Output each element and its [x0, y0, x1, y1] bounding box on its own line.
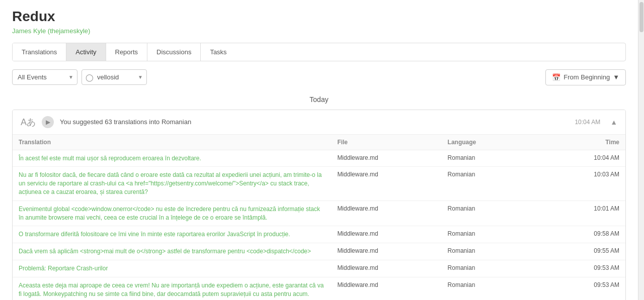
- translation-link[interactable]: Evenimentul global <code>window.onerror<…: [19, 206, 320, 221]
- language-cell: Romanian: [442, 243, 534, 260]
- avatar-icon: ▶: [46, 119, 50, 126]
- translation-cell: Aceasta este deja mai aproape de ceea ce…: [13, 277, 331, 300]
- activity-toggle-icon[interactable]: ▲: [610, 118, 617, 126]
- project-title: Redux: [12, 8, 626, 25]
- date-section-today: Today: [12, 95, 626, 104]
- date-filter-button[interactable]: 📅 From Beginning ▼: [545, 69, 626, 85]
- translation-link[interactable]: Aceasta este deja mai aproape de ceea ce…: [19, 282, 324, 297]
- tab-translations[interactable]: Translations: [13, 43, 66, 61]
- file-cell: Middleware.md: [331, 260, 441, 277]
- scrollbar-thumb[interactable]: [639, 2, 643, 32]
- translation-cell: Dacă vrem să aplicăm <strong>mai mult de…: [13, 243, 331, 260]
- events-filter-wrapper: All Events ▼: [12, 69, 77, 85]
- translation-link[interactable]: Nu ar fi folositor dacă, de fiecare dată…: [19, 171, 321, 195]
- project-author: James Kyle (thejameskyle): [12, 27, 626, 35]
- translation-link[interactable]: Dacă vrem să aplicăm <strong>mai mult de…: [19, 248, 311, 255]
- table-row: Aceasta este deja mai aproape de ceea ce…: [13, 277, 625, 300]
- tab-discussions[interactable]: Discussions: [147, 43, 201, 61]
- table-row: Nu ar fi folositor dacă, de fiecare dată…: [13, 167, 625, 201]
- avatar: ▶: [42, 116, 54, 128]
- filters-row: All Events ▼ ◯ vellosid ▼ 📅 From Beginni…: [12, 69, 626, 85]
- table-row: Evenimentul global <code>window.onerror<…: [13, 201, 625, 226]
- file-cell: Middleware.md: [331, 201, 441, 226]
- language-cell: Romanian: [442, 277, 534, 300]
- tab-tasks[interactable]: Tasks: [201, 43, 235, 61]
- filters-left: All Events ▼ ◯ vellosid ▼: [12, 69, 147, 85]
- file-cell: Middleware.md: [331, 167, 441, 201]
- language-cell: Romanian: [442, 226, 534, 243]
- tab-activity[interactable]: Activity: [66, 43, 106, 61]
- translation-table: Translation File Language Time În acest …: [13, 135, 625, 300]
- tabs-bar: Translations Activity Reports Discussion…: [12, 43, 626, 61]
- translation-cell: O transformare diferită folositoare ce î…: [13, 226, 331, 243]
- time-cell: 10:03 AM: [533, 167, 625, 201]
- translation-cell: Evenimentul global <code>window.onerror<…: [13, 201, 331, 226]
- time-cell: 09:53 AM: [533, 260, 625, 277]
- time-cell: 09:58 AM: [533, 226, 625, 243]
- col-header-language: Language: [442, 135, 534, 150]
- translation-link[interactable]: În acest fel este mult mai ușor să repro…: [19, 155, 201, 162]
- language-cell: Romanian: [442, 260, 534, 277]
- time-cell: 10:01 AM: [533, 201, 625, 226]
- time-cell: 10:04 AM: [533, 150, 625, 167]
- translation-cell: În acest fel este mult mai ușor să repro…: [13, 150, 331, 167]
- time-cell: 09:53 AM: [533, 277, 625, 300]
- time-cell: 09:55 AM: [533, 243, 625, 260]
- activity-description: You suggested 63 translations into Roman…: [60, 118, 569, 126]
- tab-reports[interactable]: Reports: [106, 43, 148, 61]
- file-cell: Middleware.md: [331, 277, 441, 300]
- events-filter-select[interactable]: All Events: [12, 69, 77, 85]
- user-filter-select[interactable]: vellosid: [82, 69, 147, 85]
- col-header-file: File: [331, 135, 441, 150]
- activity-time: 10:04 AM: [575, 119, 600, 126]
- translation-cell: Problemă: Reportare Crash-urilor: [13, 260, 331, 277]
- table-row: O transformare diferită folositoare ce î…: [13, 226, 625, 243]
- translate-icon: Aあ: [21, 116, 36, 128]
- user-filter-wrapper: ◯ vellosid ▼: [82, 69, 147, 85]
- language-cell: Romanian: [442, 150, 534, 167]
- translation-link[interactable]: O transformare diferită folositoare ce î…: [19, 231, 290, 238]
- scrollbar[interactable]: [638, 0, 644, 300]
- calendar-icon: 📅: [552, 73, 560, 81]
- date-filter-label: From Beginning: [564, 73, 610, 81]
- file-cell: Middleware.md: [331, 243, 441, 260]
- translation-link[interactable]: Problemă: Reportare Crash-urilor: [19, 265, 108, 272]
- file-cell: Middleware.md: [331, 226, 441, 243]
- table-row: Dacă vrem să aplicăm <strong>mai mult de…: [13, 243, 625, 260]
- file-cell: Middleware.md: [331, 150, 441, 167]
- activity-group: Aあ ▶ You suggested 63 translations into …: [12, 110, 626, 300]
- col-header-time: Time: [533, 135, 625, 150]
- language-cell: Romanian: [442, 201, 534, 226]
- language-cell: Romanian: [442, 167, 534, 201]
- col-header-translation: Translation: [13, 135, 331, 150]
- date-dropdown-arrow: ▼: [613, 73, 619, 81]
- table-row: În acest fel este mult mai ușor să repro…: [13, 150, 625, 167]
- activity-header: Aあ ▶ You suggested 63 translations into …: [13, 110, 625, 135]
- table-row: Problemă: Reportare Crash-urilorMiddlewa…: [13, 260, 625, 277]
- translation-cell: Nu ar fi folositor dacă, de fiecare dată…: [13, 167, 331, 201]
